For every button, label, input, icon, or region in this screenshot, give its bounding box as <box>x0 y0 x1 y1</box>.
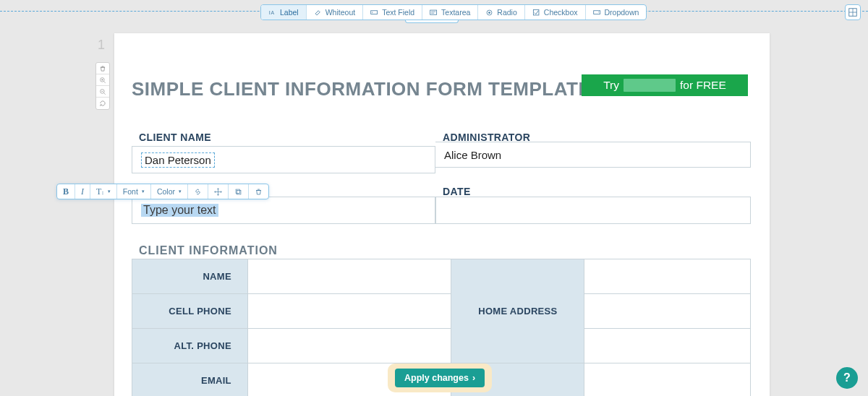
toolbar-item-label: Checkbox <box>544 8 578 17</box>
apply-changes-button[interactable]: Apply changes › <box>395 369 485 387</box>
help-button[interactable]: ? <box>836 367 858 389</box>
svg-point-8 <box>488 12 490 14</box>
toolbar-item-label: Text Field <box>382 8 414 17</box>
svg-rect-2 <box>371 10 378 14</box>
row-header-altphone: ALT. PHONE <box>132 329 248 363</box>
svg-line-19 <box>104 92 106 94</box>
refresh-button[interactable] <box>96 98 109 109</box>
active-text-label[interactable]: Type your text <box>132 197 435 224</box>
document-title: SIMPLE CLIENT INFORMATION FORM TEMPLATE <box>132 78 591 100</box>
textfield-icon <box>370 9 378 17</box>
dropdown-icon <box>593 9 601 17</box>
name-cell[interactable] <box>247 259 451 294</box>
page-side-toolbar <box>95 62 110 110</box>
try-logo-placeholder <box>624 79 676 92</box>
toolbar-label[interactable]: IA Label <box>261 5 307 20</box>
altphone-cell[interactable] <box>247 329 451 363</box>
address-cell-3[interactable] <box>584 329 751 363</box>
chevron-down-icon: ▾ <box>179 189 182 194</box>
italic-icon: I <box>81 186 84 197</box>
radio-icon <box>485 9 493 17</box>
svg-rect-4 <box>430 10 437 14</box>
copy-icon <box>234 188 242 196</box>
svg-line-15 <box>104 81 106 82</box>
zoom-out-icon <box>99 88 106 95</box>
toolbar-textfield[interactable]: Text Field <box>363 5 422 20</box>
date-label: DATE <box>443 186 471 197</box>
row-header-name: NAME <box>132 259 248 294</box>
refresh-icon <box>99 100 106 107</box>
zoom-in-icon <box>99 77 106 84</box>
try-banner[interactable]: Try for FREE <box>582 74 748 96</box>
table-row: NAME HOME ADDRESS <box>132 259 751 294</box>
toolbar-item-label: Whiteout <box>326 8 355 17</box>
checkbox-icon <box>532 9 540 17</box>
move-icon <box>214 188 222 196</box>
toolbar-textarea[interactable]: Textarea <box>422 5 478 20</box>
toolbar-item-label: Radio <box>497 8 516 17</box>
trash-icon <box>99 65 106 72</box>
table-row: ALT. PHONE <box>132 329 751 363</box>
link-icon <box>194 188 202 196</box>
toolbar-item-label: Dropdown <box>605 8 639 17</box>
administrator-field[interactable]: Alice Brown <box>435 142 751 168</box>
zoom-in-button[interactable] <box>96 74 109 86</box>
client-name-label: CLIENT NAME <box>139 132 211 143</box>
client-info-heading: CLIENT INFORMATION <box>139 244 278 257</box>
toolbar-item-label: Textarea <box>441 8 470 17</box>
trash-icon <box>255 188 263 196</box>
textarea-icon <box>430 9 438 17</box>
toolbar-item-label: Label <box>280 8 299 17</box>
help-icon: ? <box>843 371 851 384</box>
table-row: CELL PHONE <box>132 294 751 329</box>
administrator-value: Alice Brown <box>444 149 501 161</box>
bold-icon: B <box>63 186 69 197</box>
move-button[interactable] <box>208 184 229 199</box>
italic-button[interactable]: I <box>75 184 90 199</box>
address-cell-1[interactable] <box>584 259 751 294</box>
font-label: Font <box>123 187 138 196</box>
chevron-down-icon: ▾ <box>108 189 111 194</box>
link-button[interactable] <box>188 184 208 199</box>
label-icon: IA <box>268 9 276 17</box>
table-icon <box>848 8 857 17</box>
try-prefix: Try <box>603 79 619 92</box>
blank-cell[interactable] <box>584 363 751 397</box>
color-button[interactable]: Color▾ <box>151 184 188 199</box>
client-name-field[interactable]: Dan Peterson <box>132 146 435 173</box>
svg-rect-21 <box>236 189 240 194</box>
zoom-out-button[interactable] <box>96 86 109 98</box>
color-label: Color <box>157 187 175 196</box>
apply-label: Apply changes <box>404 373 469 383</box>
row-header-cellphone: CELL PHONE <box>132 294 248 329</box>
date-field[interactable] <box>435 197 751 224</box>
delete-page-button[interactable] <box>96 63 109 74</box>
toolbar-whiteout[interactable]: Whiteout <box>307 5 363 20</box>
fontsize-button[interactable]: T↕▾ <box>90 184 117 199</box>
page-number: 1 <box>98 38 105 53</box>
fontsize-icon: T↕ <box>96 186 104 197</box>
table-button[interactable] <box>845 4 861 20</box>
toolbar-checkbox[interactable]: Checkbox <box>525 5 586 20</box>
typing-placeholder: Type your text <box>141 204 218 217</box>
font-button[interactable]: Font▾ <box>117 184 151 199</box>
copy-button[interactable] <box>229 184 249 199</box>
chevron-right-icon: › <box>472 373 475 383</box>
chevron-down-icon: ▾ <box>142 189 145 194</box>
svg-text:A: A <box>271 10 274 15</box>
row-header-email: EMAIL <box>132 363 248 397</box>
row-header-home-address: HOME ADDRESS <box>451 259 584 363</box>
svg-rect-10 <box>593 10 600 14</box>
toolbar-radio[interactable]: Radio <box>478 5 524 20</box>
text-format-toolbar: B I T↕▾ Font▾ Color▾ <box>56 184 269 199</box>
delete-button[interactable] <box>249 184 268 199</box>
eraser-icon <box>314 9 322 17</box>
document-page: SIMPLE CLIENT INFORMATION FORM TEMPLATE … <box>114 33 770 396</box>
cellphone-cell[interactable] <box>247 294 451 329</box>
toolbar-dropdown[interactable]: Dropdown <box>586 5 647 20</box>
svg-rect-22 <box>237 190 241 194</box>
insert-toolbar: IA Label Whiteout Text Field Textarea Ra… <box>260 4 647 20</box>
svg-text:I: I <box>269 9 271 16</box>
bold-button[interactable]: B <box>57 184 75 199</box>
address-cell-2[interactable] <box>584 294 751 329</box>
